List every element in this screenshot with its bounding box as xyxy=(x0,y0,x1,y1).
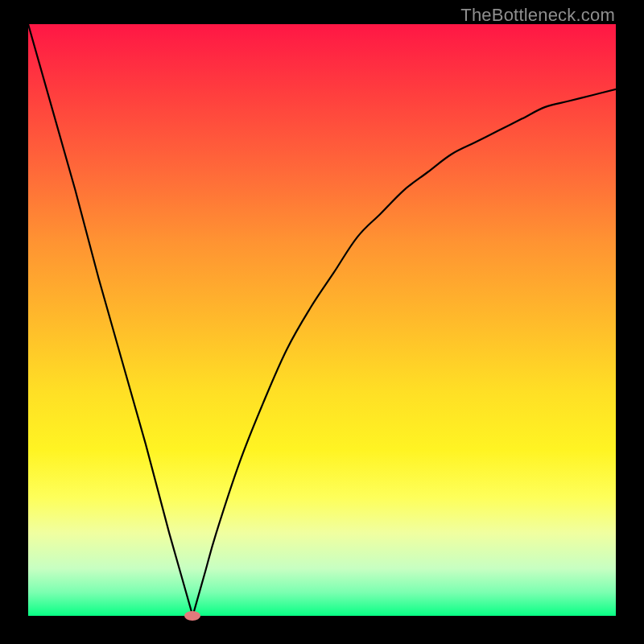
plot-area xyxy=(28,24,616,616)
chart-frame: TheBottleneck.com xyxy=(0,0,644,644)
optimum-marker xyxy=(184,611,200,621)
watermark-text: TheBottleneck.com xyxy=(460,5,615,26)
bottleneck-curve xyxy=(28,24,616,616)
